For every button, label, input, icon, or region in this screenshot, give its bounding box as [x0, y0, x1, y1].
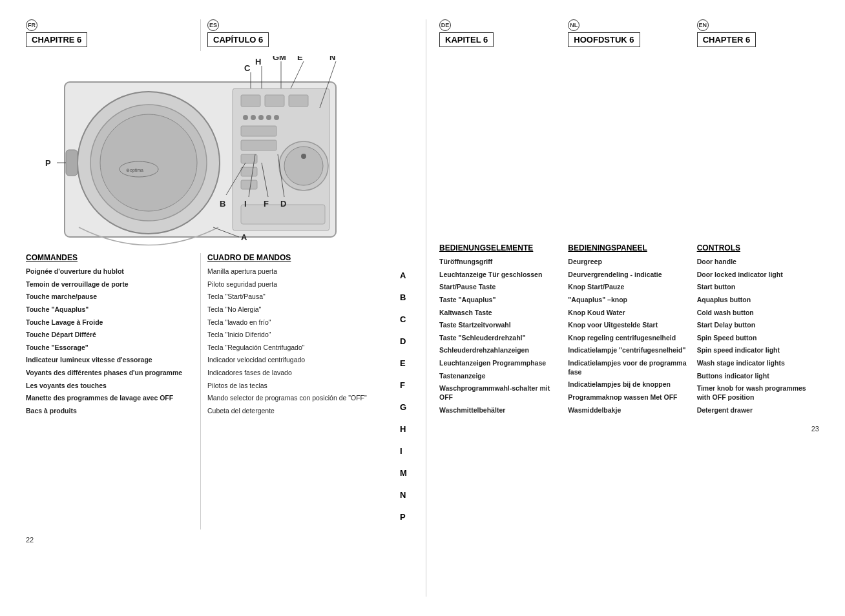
- svg-text:B: B: [220, 199, 225, 209]
- svg-rect-9: [265, 95, 284, 107]
- de-control-2: Start/Pause Taste: [439, 283, 561, 292]
- de-control-1: Leuchtanzeige Tür geschlossen: [439, 271, 561, 280]
- svg-rect-4: [66, 150, 78, 176]
- fr-control-2: Touche marche/pause: [26, 293, 194, 302]
- nl-control-2: Knop Start/Pauze: [568, 283, 690, 292]
- svg-text:D: D: [280, 199, 286, 209]
- svg-text:H: H: [255, 57, 261, 67]
- nl-control-7: Indicatielampje "centrifugesnelheid": [568, 346, 690, 355]
- svg-point-14: [266, 115, 271, 120]
- de-control-4: Kaltwasch Taste: [439, 309, 561, 318]
- es-controls-list: Manilla apertura puerta Piloto seguridad…: [207, 267, 395, 416]
- letter-G: G: [400, 398, 419, 416]
- de-control-8: Leuchtanzeigen Programmphase: [439, 359, 561, 368]
- es-control-2: Tecla "Start/Pausa": [207, 293, 395, 302]
- es-chapter: CAPÍTULO 6: [207, 32, 269, 47]
- nl-chapter: HOOFDSTUK 6: [568, 32, 640, 47]
- fr-control-3: Touche "Aquaplus": [26, 305, 194, 314]
- letter-C: C: [400, 310, 419, 328]
- nl-control-6: Knop regeling centrifugesnelheid: [568, 334, 690, 343]
- es-control-3: Tecla "No Alergia": [207, 305, 395, 314]
- en-control-1: Door locked indicator light: [697, 271, 819, 280]
- right-page-blank-area: [439, 56, 819, 243]
- es-control-4: Tecla "lavado en frío": [207, 318, 395, 327]
- de-control-10: Waschprogrammwahl-schalter mit OFF: [439, 384, 561, 402]
- es-control-8: Indicadores fases de lavado: [207, 369, 395, 378]
- de-control-9: Tastenanzeige: [439, 372, 561, 381]
- svg-text:P: P: [45, 158, 51, 168]
- svg-rect-23: [241, 180, 257, 189]
- de-section-title: BEDIENUNGSELEMENTE: [439, 243, 561, 252]
- svg-point-19: [284, 147, 323, 185]
- en-control-0: Door handle: [697, 258, 819, 267]
- svg-point-11: [243, 115, 248, 120]
- de-chapter: KAPITEL 6: [439, 32, 494, 47]
- de-flag-row: DE: [439, 19, 561, 31]
- fr-control-7: Indicateur lumineux vitesse d'essorage: [26, 356, 194, 365]
- en-control-11: Detergent drawer: [697, 406, 819, 415]
- letter-M: M: [400, 464, 419, 482]
- fr-controls: COMMANDES Poignée d'ouverture du hublot …: [26, 253, 194, 529]
- fr-section: FR CHAPITRE 6: [26, 19, 194, 51]
- svg-rect-22: [241, 167, 257, 176]
- right-page-footer: 23: [439, 425, 819, 433]
- fr-control-6: Touche "Essorage": [26, 344, 194, 353]
- es-control-7: Indicador velocidad centrifugado: [207, 356, 395, 365]
- svg-text:⊕optima: ⊕optima: [126, 168, 143, 173]
- left-page-footer: 22: [26, 536, 419, 544]
- svg-rect-16: [241, 126, 276, 136]
- es-controls: CUADRO DE MANDOS Manilla apertura puerta…: [207, 253, 395, 529]
- nl-control-0: Deurgreep: [568, 258, 690, 267]
- svg-text:F: F: [264, 199, 269, 209]
- right-page: DE KAPITEL 6 NL HOOFDSTUK 6 EN CHAPTER 6: [426, 19, 819, 597]
- letter-H: H: [400, 420, 419, 438]
- letter-N: N: [400, 486, 419, 504]
- fr-control-8: Voyants des différentes phases d'un prog…: [26, 369, 194, 378]
- de-control-5: Taste Startzeitvorwahl: [439, 321, 561, 330]
- letter-I: I: [400, 442, 419, 460]
- letter-A: A: [400, 266, 419, 284]
- de-flag: DE: [439, 19, 451, 31]
- en-chapter: CHAPTER 6: [697, 32, 756, 47]
- fr-flag: FR: [26, 19, 37, 31]
- svg-text:N: N: [329, 56, 335, 62]
- fr-control-4: Touche Lavage à Froide: [26, 318, 194, 327]
- es-control-0: Manilla apertura puerta: [207, 267, 395, 276]
- svg-text:E: E: [297, 56, 303, 62]
- de-control-11: Waschmittelbehälter: [439, 406, 561, 415]
- svg-point-20: [301, 154, 306, 159]
- right-controls-section: BEDIENUNGSELEMENTE Türöffnungsgriff Leuc…: [439, 243, 819, 418]
- fr-flag-row: FR: [26, 19, 194, 31]
- letter-column: A B C D E F G H I M N P: [400, 266, 419, 529]
- de-header: DE KAPITEL 6: [439, 19, 561, 51]
- letter-P: P: [400, 508, 419, 526]
- es-section-title: CUADRO DE MANDOS: [207, 253, 395, 262]
- nl-controls: BEDIENINGSPANEEL Deurgreep Deurvergrende…: [568, 243, 690, 418]
- letter-D: D: [400, 332, 419, 350]
- es-flag: ES: [207, 19, 219, 31]
- machine-diagram-area: ⊕optima: [26, 56, 419, 250]
- nl-control-10: Programmaknop wassen Met OFF: [568, 393, 690, 402]
- en-control-8: Wash stage indicator lights: [697, 359, 819, 368]
- es-control-11: Cubeta del detergente: [207, 407, 395, 416]
- es-control-9: Pilotos de las teclas: [207, 382, 395, 391]
- nl-flag-row: NL: [568, 19, 690, 31]
- es-flag-row: ES: [207, 19, 419, 31]
- en-control-4: Cold wash button: [697, 309, 819, 318]
- en-section-title: CONTROLS: [697, 243, 819, 252]
- en-flag-row: EN: [697, 19, 819, 31]
- fr-section-title: COMMANDES: [26, 253, 194, 262]
- en-control-7: Spin speed indicator light: [697, 346, 819, 355]
- right-page-number: 23: [811, 425, 819, 433]
- svg-rect-10: [289, 95, 308, 107]
- left-page: FR CHAPITRE 6 ES CAPÍTULO 6: [26, 19, 426, 597]
- svg-point-12: [251, 115, 256, 120]
- svg-text:GM: GM: [273, 56, 286, 62]
- nl-control-4: Knop Koud Water: [568, 309, 690, 318]
- en-header: EN CHAPTER 6: [697, 19, 819, 51]
- column-divider: [200, 19, 201, 51]
- es-control-5: Tecla "Inicio Diferido": [207, 331, 395, 340]
- fr-control-9: Les voyants des touches: [26, 382, 194, 391]
- en-controls: CONTROLS Door handle Door locked indicat…: [697, 243, 819, 418]
- svg-text:I: I: [244, 199, 247, 209]
